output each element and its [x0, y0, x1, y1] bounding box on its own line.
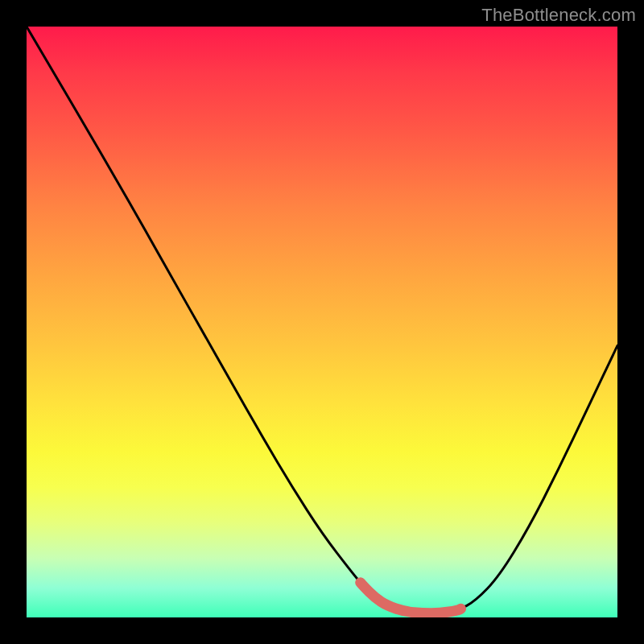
chart-frame: TheBottleneck.com [0, 0, 644, 644]
curve-minimum-highlight [361, 583, 461, 613]
curve-svg [27, 27, 617, 617]
plot-area [27, 27, 617, 617]
watermark-text: TheBottleneck.com [481, 5, 636, 26]
bottleneck-curve [27, 27, 617, 613]
